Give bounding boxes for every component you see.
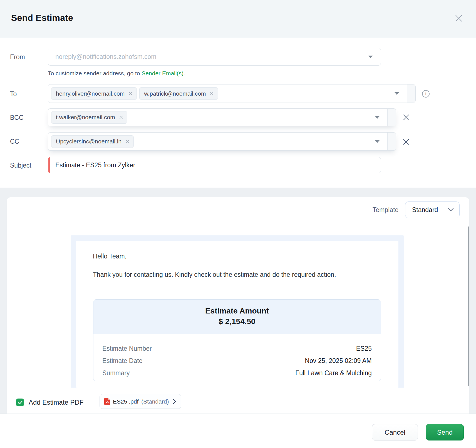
email-body-text: Thank you for contacting us. Kindly chec… — [93, 270, 357, 280]
chevron-down-icon — [368, 56, 373, 58]
cc-recipient-chip: Upcyclersinc@noemail.in — [51, 135, 134, 148]
estimate-detail-row: Estimate Number ES25 — [102, 345, 372, 352]
template-dropdown[interactable]: Standard — [405, 201, 460, 218]
remove-cc-field-button[interactable] — [401, 137, 410, 146]
estimate-detail-row: Summary Full Lawn Care & Mulching — [102, 369, 372, 377]
helper-prefix: To customize sender address, go to — [48, 70, 142, 76]
sender-helper-text: To customize sender address, go to Sende… — [48, 70, 185, 77]
close-icon — [403, 114, 410, 121]
email-content-box: Hello Team, Thank you for contacting us.… — [76, 241, 398, 388]
to-label: To — [10, 90, 17, 98]
remove-bcc-field-button[interactable] — [401, 113, 410, 122]
detail-label: Estimate Number — [102, 345, 152, 352]
estimate-detail-row: Estimate Date Nov 25, 2025 02:09 AM — [102, 357, 372, 365]
pdf-file-icon — [104, 398, 110, 405]
remove-recipient-icon[interactable] — [210, 91, 214, 96]
detail-value: ES25 — [356, 345, 372, 352]
detail-label: Estimate Date — [102, 357, 142, 365]
estimate-amount-label: Estimate Amount — [93, 306, 381, 316]
bcc-recipient-email: t.walker@noemail.com — [56, 114, 115, 121]
email-preview: Hello Team, Thank you for contacting us.… — [7, 226, 469, 388]
dialog-title: Send Estimate — [11, 13, 73, 23]
close-icon — [455, 14, 463, 23]
estimate-amount-value: $ 2,154.50 — [93, 316, 381, 327]
close-button[interactable] — [454, 13, 464, 23]
bcc-label: BCC — [10, 114, 24, 121]
from-label: From — [10, 53, 25, 61]
template-label: Template — [373, 206, 398, 214]
estimate-amount-header: Estimate Amount $ 2,154.50 — [93, 300, 381, 334]
to-recipient-chip: henry.oliver@noemail.com — [51, 87, 137, 100]
subject-input[interactable]: Estimate - ES25 from Zylker — [48, 157, 381, 173]
email-body-background: Hello Team, Thank you for contacting us.… — [71, 235, 404, 388]
template-selected-value: Standard — [412, 206, 438, 214]
to-recipient-email: henry.oliver@noemail.com — [56, 90, 125, 97]
cancel-button[interactable]: Cancel — [372, 424, 418, 440]
close-icon — [403, 138, 410, 145]
email-greeting: Hello Team, — [93, 253, 127, 260]
chevron-right-icon — [173, 399, 176, 404]
pdf-file-name: ES25 .pdf — [113, 398, 138, 405]
add-pdf-checkbox[interactable] — [16, 399, 24, 406]
subject-required-accent — [48, 157, 50, 173]
subject-value: Estimate - ES25 from Zylker — [55, 161, 135, 169]
chevron-down-icon[interactable] — [395, 92, 399, 95]
remove-recipient-icon[interactable] — [128, 91, 133, 96]
from-value: noreply@notifications.zohofsm.com — [55, 53, 156, 61]
sender-emails-link[interactable]: Sender Email(s) — [142, 70, 184, 76]
field-tail — [407, 84, 415, 103]
pdf-file-variant: (Standard) — [141, 398, 169, 405]
detail-value: Full Lawn Care & Mulching — [295, 369, 372, 377]
detail-label: Summary — [102, 369, 130, 377]
estimate-details: Estimate Number ES25 Estimate Date Nov 2… — [93, 334, 381, 377]
chevron-down-icon[interactable] — [375, 140, 380, 143]
send-button[interactable]: Send — [426, 424, 464, 440]
estimate-summary-card: Estimate Amount $ 2,154.50 Estimate Numb… — [93, 299, 381, 381]
info-icon: i — [422, 90, 430, 98]
preview-scrollbar[interactable] — [468, 227, 469, 386]
remove-recipient-icon[interactable] — [125, 140, 130, 144]
bcc-recipient-chip: t.walker@noemail.com — [51, 111, 127, 124]
field-tail — [388, 109, 396, 126]
to-recipient-email: w.patrick@noemail.com — [144, 90, 206, 97]
detail-value: Nov 25, 2025 02:09 AM — [305, 357, 372, 365]
send-estimate-dialog: Send Estimate From noreply@notifications… — [0, 0, 476, 448]
field-tail — [388, 133, 396, 150]
pdf-attachment-button[interactable]: ES25 .pdf (Standard) — [100, 394, 181, 409]
to-input[interactable]: henry.oliver@noemail.com w.patrick@noema… — [48, 84, 416, 103]
bcc-input[interactable]: t.walker@noemail.com — [48, 108, 396, 126]
from-select[interactable]: noreply@notifications.zohofsm.com — [48, 48, 381, 66]
chevron-down-icon[interactable] — [375, 116, 380, 119]
helper-suffix: . — [184, 70, 185, 76]
chevron-down-icon — [448, 208, 454, 212]
cc-label: CC — [10, 138, 19, 145]
attachment-divider — [7, 388, 469, 388]
to-info-button[interactable]: i — [422, 90, 430, 98]
to-recipient-chip: w.patrick@noemail.com — [139, 87, 218, 100]
add-pdf-label: Add Estimate PDF — [29, 399, 83, 406]
cc-recipient-email: Upcyclersinc@noemail.in — [56, 138, 122, 145]
check-icon — [18, 401, 23, 404]
subject-label: Subject — [10, 162, 31, 169]
cc-input[interactable]: Upcyclersinc@noemail.in — [48, 132, 396, 151]
remove-recipient-icon[interactable] — [119, 115, 123, 120]
